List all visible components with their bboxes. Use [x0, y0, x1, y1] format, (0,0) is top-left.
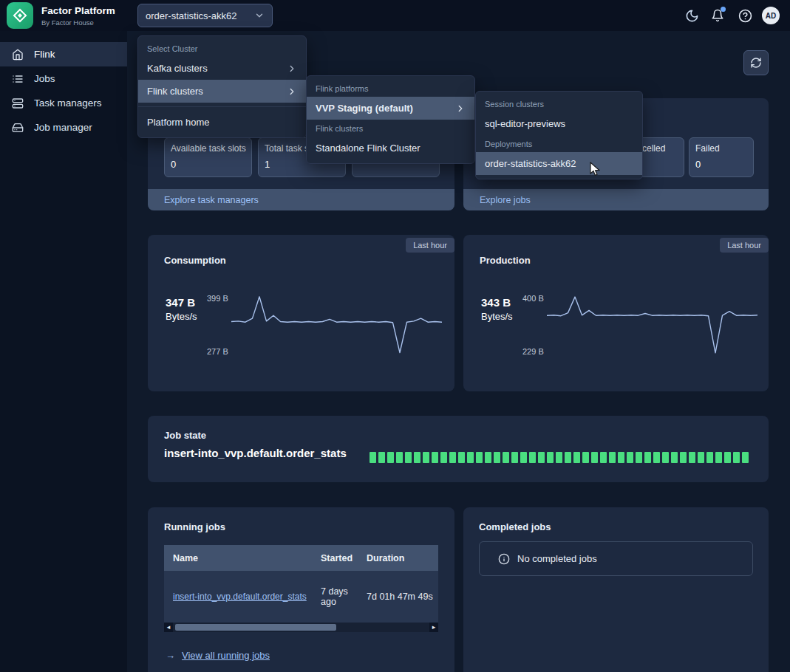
explore-task-managers-link[interactable]: Explore task managers [148, 189, 454, 210]
consumption-unit: Bytes/s [166, 311, 197, 322]
topbar: Factor Platform By Factor House order-st… [0, 0, 790, 31]
sidebar: Flink Jobs Task managers Job manager [0, 31, 127, 672]
dark-mode-moon-icon[interactable] [683, 7, 701, 24]
no-completed-jobs-panel: No completed jobs [479, 541, 753, 576]
completed-jobs-title: Completed jobs [479, 521, 551, 532]
running-jobs-table: Name Started Duration insert-into_vvp.de… [164, 545, 438, 623]
table-row: insert-into_vvp.default.order_stats 7 da… [164, 571, 438, 623]
consumption-title: Consumption [164, 255, 226, 266]
last-hour-badge: Last hour [406, 238, 454, 253]
job-state-job-name: insert-into_vvp.default.order_stats [164, 447, 347, 459]
factor-platform-logo-icon [7, 2, 33, 29]
menu-header: Flink clusters [307, 120, 474, 137]
cluster-selector-label: order-statistics-akk62 [146, 10, 237, 21]
stat-available-task-slots: Available task slots 0 [164, 137, 252, 177]
last-hour-badge: Last hour [720, 238, 769, 253]
running-jobs-title: Running jobs [164, 521, 225, 532]
view-all-running-jobs-link[interactable]: → View all running jobs [166, 650, 270, 661]
refresh-button[interactable] [743, 50, 769, 75]
chevron-down-icon [254, 10, 265, 21]
menu-item-standalone-flink-cluster[interactable]: Standalone Flink Cluster [307, 137, 474, 160]
consumption-card: Last hour Consumption 347 B Bytes/s 399 … [148, 235, 454, 391]
hard-drive-icon [12, 122, 24, 134]
scrollbar-thumb[interactable] [175, 624, 336, 631]
menu-item-platform-home[interactable]: Platform home [138, 111, 306, 134]
menu-item-flink-clusters[interactable]: Flink clusters [138, 80, 306, 103]
production-title: Production [480, 255, 531, 266]
app-title: Factor Platform [41, 5, 115, 16]
sidebar-item-task-managers[interactable]: Task managers [0, 91, 127, 115]
production-sparkline [547, 294, 757, 356]
list-icon [12, 73, 24, 85]
app-subtitle: By Factor House [41, 18, 94, 27]
scroll-left-arrow-icon[interactable]: ◂ [164, 623, 173, 632]
consumption-y-min: 277 B [207, 347, 228, 356]
menu-header: Deployments [476, 135, 642, 152]
sidebar-item-job-manager[interactable]: Job manager [0, 115, 127, 140]
chevron-right-icon [287, 64, 297, 74]
menu-item-order-statistics-akk62[interactable]: order-statistics-akk62 [476, 152, 642, 175]
user-avatar[interactable]: AD [762, 7, 780, 24]
consumption-sparkline [231, 294, 442, 356]
running-job-link[interactable]: insert-into_vvp.default.order_stats [173, 592, 307, 602]
refresh-icon [750, 57, 762, 69]
menu-header: Flink platforms [307, 80, 474, 97]
help-icon[interactable] [736, 7, 754, 24]
home-icon [12, 49, 24, 61]
job-state-title: Job state [164, 430, 206, 441]
info-icon [498, 553, 510, 565]
arrow-right-icon: → [166, 650, 175, 661]
menu-header: Session clusters [476, 95, 642, 112]
menu-item-kafka-clusters[interactable]: Kafka clusters [138, 57, 306, 80]
consumption-y-max: 399 B [207, 294, 228, 303]
table-header: Name Started Duration [164, 545, 438, 571]
production-value: 343 B [481, 296, 511, 309]
horizontal-scrollbar[interactable]: ◂ ▸ [164, 623, 438, 632]
menu-item-sql-editor-previews[interactable]: sql-editor-previews [476, 112, 642, 135]
deployments-submenu: Session clusters sql-editor-previews Dep… [475, 91, 643, 179]
sidebar-item-jobs[interactable]: Jobs [0, 66, 127, 91]
cluster-select-menu: Select Cluster Kafka clusters Flink clus… [137, 35, 307, 138]
scroll-right-arrow-icon[interactable]: ▸ [429, 623, 438, 632]
sidebar-item-flink[interactable]: Flink [0, 42, 127, 66]
job-state-bar [370, 452, 749, 463]
chevron-right-icon [287, 86, 297, 97]
menu-header: Select Cluster [138, 40, 306, 57]
menu-divider [138, 106, 306, 107]
completed-jobs-card: Completed jobs No completed jobs [463, 507, 769, 672]
chevron-right-icon [455, 103, 466, 114]
explore-jobs-link[interactable]: Explore jobs [463, 189, 769, 210]
menu-item-vvp-staging[interactable]: VVP Staging (default) [307, 97, 474, 120]
flink-clusters-submenu: Flink platforms VVP Staging (default) Fl… [306, 75, 475, 164]
server-icon [12, 97, 24, 109]
running-jobs-card: Running jobs Name Started Duration inser… [148, 507, 454, 672]
production-card: Last hour Production 343 B Bytes/s 400 B… [463, 235, 769, 391]
notification-dot [721, 7, 726, 12]
consumption-value: 347 B [166, 296, 195, 309]
production-y-min: 229 B [522, 347, 544, 356]
production-unit: Bytes/s [481, 311, 513, 322]
job-state-card: Job state insert-into_vvp.default.order_… [148, 416, 769, 482]
stat-failed-jobs: Failed 0 [689, 137, 754, 177]
cluster-selector-dropdown[interactable]: order-statistics-akk62 [137, 4, 273, 27]
production-y-max: 400 B [522, 294, 544, 303]
